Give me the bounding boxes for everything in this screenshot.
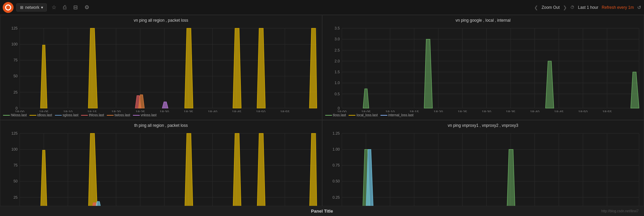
svg-marker-42 [309, 28, 317, 108]
svg-text:1.0: 1.0 [334, 81, 339, 85]
clock-icon: ⏱ [570, 5, 574, 10]
legend-item-tloss: tloss.last [325, 113, 346, 117]
svg-text:1.00: 1.00 [332, 148, 339, 152]
legend-color-thloss [81, 115, 88, 116]
svg-text:2.0: 2.0 [334, 59, 339, 63]
legend-item-vnloss: vnloss.last [133, 113, 157, 117]
svg-text:18:25: 18:25 [136, 110, 145, 113]
legend-item-thloss: thloss.last [81, 113, 104, 117]
svg-marker-131 [233, 134, 241, 214]
legend-label-idloss: idloss.last [37, 113, 52, 117]
time-range-label: Last 1 hour [578, 5, 598, 10]
nav-app-name: network [25, 5, 39, 10]
refresh-label: Refresh every 1m [602, 5, 634, 10]
chart-top-right: 3.5 3.0 2.5 2.0 1.5 1.0 0.5 0 18:00 18:0… [325, 24, 641, 112]
legend-color-sgloss [55, 115, 62, 116]
legend-item-internal-loss: internal_loss.last [380, 113, 413, 117]
panel-bottom-right: vn ping vnproxy1 , vnproxy2 , vnproxy3 [322, 120, 644, 216]
svg-marker-89 [545, 61, 554, 108]
svg-text:75: 75 [14, 163, 18, 168]
chart-top-left: 125 100 75 50 25 0 18:00 18:05 18:10 18:… [3, 24, 319, 112]
chart-svg-bottom-right: 1.25 1.00 0.75 0.50 0.25 0 18:00 18:05 1… [325, 129, 641, 216]
zoom-out-button[interactable]: Zoom Out [542, 5, 560, 10]
settings-icon: ⚙ [84, 4, 89, 10]
bottom-bar: Panel Title http://blog.csdn.net/linxi7 [0, 206, 644, 216]
svg-text:50: 50 [14, 74, 18, 78]
svg-text:18:15: 18:15 [87, 110, 97, 113]
svg-text:18:10: 18:10 [63, 110, 73, 113]
legend-color-twloss [107, 115, 114, 116]
legend-label-thloss: thloss.last [89, 113, 104, 117]
logo-inner [5, 4, 11, 11]
svg-text:18:25: 18:25 [457, 110, 467, 113]
legend-label-hkloss: hkloss.last [11, 113, 27, 117]
save-icon: ⊟ [73, 4, 78, 10]
network-menu-button[interactable]: ⊞ network ▾ [16, 3, 47, 12]
svg-text:18:45: 18:45 [232, 110, 241, 113]
svg-text:18:20: 18:20 [433, 110, 443, 113]
legend-label-local-loss: local_loss.last [356, 113, 377, 117]
legend-item-hkloss: hkloss.last [3, 113, 27, 117]
svg-text:25: 25 [14, 195, 18, 199]
svg-text:125: 125 [12, 131, 18, 135]
svg-text:0.50: 0.50 [332, 179, 339, 183]
settings-button[interactable]: ⚙ [82, 3, 91, 12]
chart-svg-bottom-left: 125 100 75 50 25 0 18:00 18:05 18:10 18:… [3, 129, 319, 216]
svg-text:18:00: 18:00 [337, 110, 347, 113]
chart-svg-top-right: 3.5 3.0 2.5 2.0 1.5 1.0 0.5 0 18:00 18:0… [325, 24, 641, 112]
svg-text:18:15: 18:15 [409, 110, 419, 113]
svg-marker-130 [185, 134, 193, 214]
legend-label-tloss: tloss.last [333, 113, 346, 117]
star-button[interactable]: ☆ [50, 3, 58, 12]
svg-text:18:00: 18:00 [15, 110, 24, 113]
svg-marker-90 [630, 72, 639, 108]
chart-svg-top-left: 125 100 75 50 25 0 18:00 18:05 18:10 18:… [3, 24, 319, 112]
right-chevron[interactable]: ❯ [563, 5, 567, 10]
chart-bottom-left: 125 100 75 50 25 0 18:00 18:05 18:10 18:… [3, 129, 319, 216]
svg-marker-38 [88, 28, 97, 108]
svg-text:18:20: 18:20 [112, 110, 121, 113]
svg-marker-128 [40, 150, 47, 213]
svg-marker-37 [40, 45, 47, 108]
main-grid: vn ping all region , packet loss [0, 15, 644, 206]
svg-text:18:40: 18:40 [208, 110, 217, 113]
legend-color-idloss [30, 115, 36, 116]
svg-text:3.0: 3.0 [334, 37, 339, 41]
svg-marker-41 [257, 28, 266, 108]
svg-text:100: 100 [12, 148, 18, 152]
svg-text:18:05: 18:05 [39, 110, 48, 113]
svg-text:75: 75 [14, 58, 18, 62]
svg-text:100: 100 [12, 42, 18, 46]
svg-text:18:50: 18:50 [256, 110, 266, 113]
grid-icon: ⊞ [20, 5, 23, 10]
svg-text:18:50: 18:50 [578, 110, 588, 113]
topnav: ⊞ network ▾ ☆ ⎙ ⊟ ⚙ ❮ Zoom Out ❯ ⏱ Last … [0, 0, 644, 15]
legend-label-internal-loss: internal_loss.last [388, 113, 413, 117]
svg-text:18:35: 18:35 [184, 110, 193, 113]
legend-label-twloss: twloss.last [115, 113, 130, 117]
legend-item-sgloss: sgloss.last [55, 113, 79, 117]
bottom-link: http://blog.csdn.net/linxi7 [601, 209, 639, 213]
svg-text:18:55: 18:55 [602, 110, 612, 113]
legend-top-right: tloss.last local_loss.last internal_loss… [325, 113, 641, 117]
legend-color-internal-loss [380, 115, 387, 116]
svg-text:18:55: 18:55 [280, 110, 290, 113]
svg-marker-39 [185, 28, 193, 108]
save-button[interactable]: ⊟ [71, 3, 80, 12]
svg-text:18:30: 18:30 [482, 110, 491, 113]
share-icon: ⎙ [63, 4, 66, 10]
svg-text:18:45: 18:45 [554, 110, 564, 113]
left-chevron[interactable]: ❮ [534, 5, 538, 10]
legend-label-vnloss: vnloss.last [141, 113, 157, 117]
svg-text:125: 125 [12, 26, 18, 30]
svg-text:3.5: 3.5 [334, 26, 339, 30]
legend-color-vnloss [133, 115, 140, 116]
share-button[interactable]: ⎙ [61, 3, 69, 12]
svg-text:1.5: 1.5 [334, 70, 339, 74]
star-icon: ☆ [52, 4, 56, 10]
nav-chevron: ▾ [41, 5, 43, 10]
chart-bottom-right: 1.25 1.00 0.75 0.50 0.25 0 18:00 18:05 1… [325, 129, 641, 216]
legend-item-twloss: twloss.last [107, 113, 130, 117]
refresh-icon[interactable]: ↺ [637, 5, 641, 10]
svg-text:18:35: 18:35 [506, 110, 515, 113]
